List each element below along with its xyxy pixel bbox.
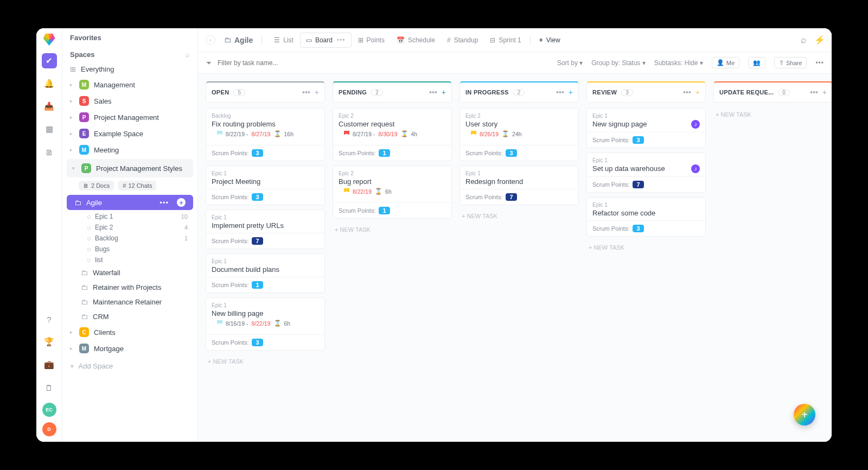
column-more-icon[interactable]: ••• [683,88,691,97]
plus-icon: + [539,36,543,44]
rail-briefcase-icon[interactable]: 💼 [42,357,57,372]
favorites-header[interactable]: Favorites [62,28,197,45]
sidebar-list-item[interactable]: Epic 1 10 [62,211,197,222]
column-add-icon[interactable]: + [695,88,700,97]
view-tab-list[interactable]: ☰ List [269,33,299,48]
view-tab-schedule[interactable]: 📅 Schedule [391,33,441,48]
sidebar-space[interactable]: ▸ P Project Management [62,109,197,125]
column-add-icon[interactable]: + [822,88,827,97]
column-more-icon[interactable]: ••• [302,88,310,97]
column-more-icon[interactable]: ••• [429,88,437,97]
rail-home-icon[interactable]: ✔ [42,53,57,68]
sidebar-space[interactable]: ▸ C Clients [62,324,197,340]
rail-clipboard-icon[interactable]: 🗒 [42,380,57,395]
sidebar-list-item[interactable]: list [62,255,197,265]
sidebar-space[interactable]: ▸ M Management [62,77,197,93]
rail-notifications-icon[interactable]: 🔔 [42,76,57,91]
sidebar-space-pms[interactable]: ▾ P Project Management Styles [67,159,193,177]
sidebar-folder[interactable]: 🗀 Waterfall [62,265,197,280]
task-card[interactable]: Epic 1 Project Meeting Scrum Points: 3 [206,166,325,205]
view-tab-points[interactable]: ⊞ Points [353,33,390,48]
new-task-button[interactable]: + NEW TASK [333,223,452,236]
rail-help-icon[interactable]: ? [42,312,57,327]
priority-flag-icon [344,188,349,195]
spaces-header[interactable]: Spaces [70,50,95,59]
rail-trophy-icon[interactable]: 🏆 [42,334,57,350]
view-tab-standup[interactable]: # Standup [442,33,483,48]
filter-icon[interactable]: ⏷ [206,59,212,67]
user-avatar-1[interactable]: EC [42,403,56,417]
filter-input[interactable] [218,59,552,67]
task-card[interactable]: Epic 2 User story 8/26/19 ⌛24h Scrum Poi… [459,108,579,161]
column-more-icon[interactable]: ••• [810,88,818,97]
breadcrumb[interactable]: 🗀 Agile [224,36,253,45]
column-header: IN PROGRESS 2 ••• + [459,81,579,103]
app-logo[interactable] [43,34,55,46]
user-avatar-2[interactable]: D [42,422,56,436]
bolt-icon[interactable]: ⚡ [814,35,825,45]
rail-apps-icon[interactable]: ▦ [42,122,57,137]
sidebar-space[interactable]: ▸ E Example Space [62,125,197,142]
create-fab[interactable]: + [794,404,815,425]
sidebar-folder[interactable]: 🗀 Maintenance Retainer [62,295,197,309]
docs-chip[interactable]: 🗎2 Docs [79,181,114,190]
card-epic-label: Epic 1 [592,202,700,208]
group-button[interactable]: Group by: Status ▾ [591,59,645,67]
me-button[interactable]: 👤Me [712,57,739,68]
collapse-sidebar-button[interactable]: ‹ [206,35,215,45]
board-column: PENDING 2 ••• + Epic 2 Customer request … [333,81,452,434]
task-card[interactable]: Epic 1 Document build plans Scrum Points… [206,253,325,293]
sidebar-folder[interactable]: 🗀 Retainer with Projects [62,280,197,295]
sidebar-space[interactable]: ▸ S Sales [62,93,197,109]
sidebar-folder[interactable]: 🗀 CRM [62,309,197,324]
assignee-avatar[interactable]: J [691,120,700,129]
subtasks-button[interactable]: Subtasks: Hide ▾ [654,59,703,67]
add-view-button[interactable]: +View [534,33,566,47]
sidebar-space[interactable]: ▸ M Meeting [62,142,197,158]
new-task-button[interactable]: + NEW TASK [459,209,579,223]
assignee-avatar[interactable]: J [691,164,700,173]
view-tab-sprint 1[interactable]: ⊟ Sprint 1 [484,33,526,48]
new-task-button[interactable]: + NEW TASK [586,241,706,254]
main-pane: ‹ 🗀 Agile ☰ List ▭ Board ••• ⊞ Points 📅 … [198,28,832,442]
sidebar-everything[interactable]: ⊞ Everything [62,62,197,77]
assignees-button[interactable]: 👥 [748,57,765,68]
scrum-label: Scrum Points: [465,194,502,200]
column-add-icon[interactable]: + [442,88,446,97]
hourglass-icon: ⌛ [502,130,509,137]
task-card[interactable]: Epic 1 New billing page 8/16/19 - 8/22/1… [206,297,325,351]
add-icon[interactable]: + [177,198,186,207]
share-button[interactable]: ⇪Share [774,57,807,68]
rail-inbox-icon[interactable]: 📥 [42,99,57,114]
add-space-button[interactable]: + Add Space [62,357,197,376]
sidebar-folder-agile[interactable]: 🗀 Agile ••• + [67,195,193,210]
search-icon[interactable]: ⌕ [801,34,807,46]
task-card[interactable]: Epic 1 Redesign frontend Scrum Points: 7 [459,166,579,205]
more-icon[interactable]: ••• [337,36,346,44]
column-add-icon[interactable]: + [315,88,319,97]
sidebar-list-item[interactable]: Backlog 1 [62,233,197,244]
sort-button[interactable]: Sort by ▾ [557,59,583,67]
task-card[interactable]: Epic 2 Bug report 8/22/19 ⌛6h Scrum Poin… [333,166,452,219]
card-meta: 8/22/19 - 8/27/19 ⌛16h [212,128,319,142]
task-card[interactable]: Epic 1 Refactor some code Scrum Points: … [586,197,706,237]
sidebar-space[interactable]: ▸ M Mortgage [62,340,197,357]
search-spaces-icon[interactable]: ⌕ [186,50,190,59]
column-add-icon[interactable]: + [569,88,573,97]
sidebar-list-item[interactable]: Epic 2 4 [62,222,197,233]
new-task-button[interactable]: + NEW TASK [713,108,832,121]
rail-docs-icon[interactable]: 🗎 [42,144,57,160]
task-card[interactable]: Epic 1 Implement pretty URLs Scrum Point… [206,209,325,249]
task-card[interactable]: Epic 1 New signup page J Scrum Points: 3 [586,108,706,148]
sidebar-list-item[interactable]: Bugs [62,244,197,255]
more-icon[interactable]: ••• [815,59,824,67]
chats-chip[interactable]: #12 Chats [118,181,156,190]
task-card[interactable]: Backlog Fix routing problems 8/22/19 - 8… [206,108,325,161]
task-card[interactable]: Epic 2 Customer request 8/27/19 - 8/30/1… [333,108,452,161]
new-task-button[interactable]: + NEW TASK [206,355,325,368]
task-card[interactable]: Epic 1 Set up data warehouse J Scrum Poi… [586,153,706,193]
more-icon[interactable]: ••• [159,199,169,207]
column-more-icon[interactable]: ••• [556,88,564,97]
view-tab-board[interactable]: ▭ Board ••• [300,33,352,48]
view-label: Board [315,36,333,44]
